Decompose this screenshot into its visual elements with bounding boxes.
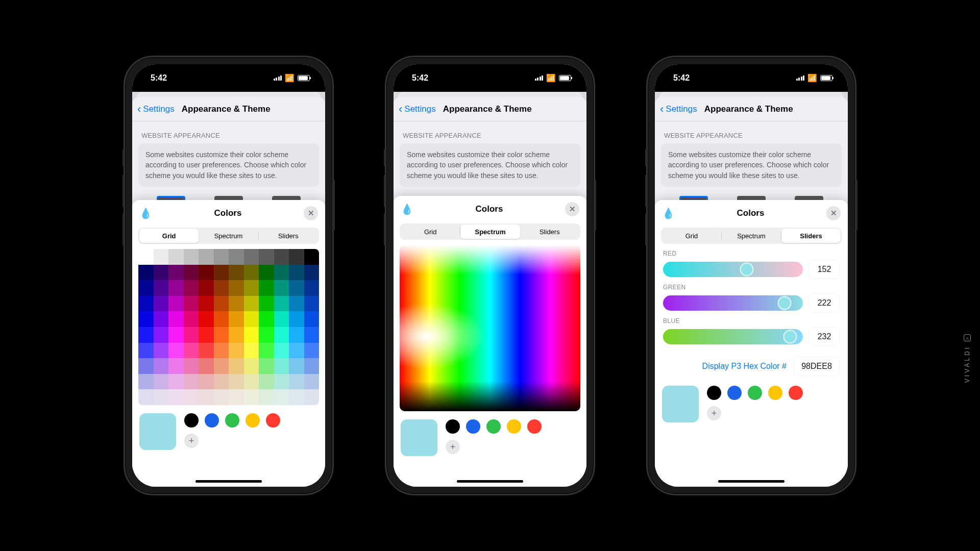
cellular-icon — [796, 76, 805, 81]
dynamic-island — [721, 64, 782, 82]
spectrum-canvas[interactable] — [400, 245, 580, 411]
vivaldi-icon: > — [964, 334, 971, 341]
add-swatch-button[interactable]: + — [184, 434, 199, 448]
nav-bar: ‹ Settings Appearance & Theme — [132, 97, 325, 121]
back-chevron-icon[interactable]: ‹ — [137, 104, 141, 115]
swatch-green[interactable] — [748, 386, 762, 400]
swatch-red[interactable] — [789, 386, 803, 400]
vivaldi-watermark: VIVALDI > — [964, 334, 971, 383]
phone-sliders: 5:42 ︎📶 ‹ Settings Appearance & Theme WE… — [646, 56, 856, 495]
swatch-black[interactable] — [707, 386, 721, 400]
section-header: WEBSITE APPEARANCE — [132, 121, 325, 143]
back-chevron-icon[interactable]: ‹ — [399, 104, 402, 115]
dynamic-island — [198, 64, 259, 82]
dynamic-island — [459, 64, 521, 82]
phone-spectrum: 5:42 ︎📶 ‹ Settings Appearance & Theme WE… — [385, 56, 595, 495]
color-picker-sheet: 💧 Colors ✕ Grid Spectrum Sliders — [394, 196, 586, 487]
wifi-icon: ︎📶 — [807, 73, 817, 83]
home-indicator[interactable] — [718, 480, 785, 483]
tab-grid[interactable]: Grid — [139, 229, 199, 243]
tab-spectrum[interactable]: Spectrum — [722, 229, 781, 243]
tab-spectrum[interactable]: Spectrum — [460, 224, 520, 239]
eyedropper-icon[interactable]: 💧 — [139, 207, 152, 219]
swatch-black[interactable] — [446, 419, 460, 434]
selected-swatch[interactable] — [139, 413, 176, 450]
swatch-black[interactable] — [184, 413, 199, 428]
slider-blue[interactable] — [663, 329, 803, 344]
selected-swatch[interactable] — [401, 419, 437, 456]
battery-icon — [820, 75, 832, 81]
close-icon[interactable]: ✕ — [565, 202, 579, 216]
swatch-blue[interactable] — [727, 386, 742, 400]
cellular-icon — [274, 76, 282, 81]
value-blue[interactable]: 232 — [809, 328, 840, 346]
color-grid[interactable] — [138, 249, 319, 405]
nav-title: Appearance & Theme — [182, 104, 271, 114]
tab-sliders[interactable]: Sliders — [781, 229, 841, 243]
preset-swatches — [184, 413, 318, 428]
status-time: 5:42 — [151, 73, 167, 83]
swatch-red[interactable] — [527, 419, 542, 434]
sheet-title: Colors — [214, 208, 242, 218]
status-time: 5:42 — [412, 73, 428, 83]
section-info: Some websites customize their color sche… — [400, 143, 580, 187]
home-indicator[interactable] — [195, 480, 262, 483]
wifi-icon: ︎📶 — [285, 73, 295, 83]
eyedropper-icon[interactable]: 💧 — [401, 203, 413, 215]
tab-grid[interactable]: Grid — [401, 224, 460, 239]
hex-label[interactable]: Display P3 Hex Color # — [702, 362, 787, 371]
sheet-title: Colors — [476, 204, 503, 214]
section-header: WEBSITE APPEARANCE — [394, 121, 586, 143]
label-blue: BLUE — [663, 317, 840, 324]
slider-green[interactable] — [663, 295, 803, 311]
hex-value[interactable]: 98DEE8 — [794, 357, 840, 375]
close-icon[interactable]: ✕ — [826, 206, 841, 220]
wifi-icon: ︎📶 — [546, 73, 556, 83]
battery-icon — [298, 75, 310, 81]
back-chevron-icon[interactable]: ‹ — [660, 104, 664, 115]
add-swatch-button[interactable]: + — [707, 406, 721, 420]
tab-spectrum[interactable]: Spectrum — [199, 229, 258, 243]
home-indicator[interactable] — [457, 480, 523, 483]
battery-icon — [559, 75, 571, 81]
close-icon[interactable]: ✕ — [304, 206, 318, 220]
back-button[interactable]: Settings — [143, 104, 174, 114]
section-info: Some websites customize their color sche… — [138, 143, 319, 187]
slider-red[interactable] — [663, 262, 803, 277]
swatch-green[interactable] — [225, 413, 239, 428]
swatch-yellow[interactable] — [768, 386, 782, 400]
tab-grid[interactable]: Grid — [662, 229, 721, 243]
back-button[interactable]: Settings — [404, 104, 435, 114]
value-red[interactable]: 152 — [809, 260, 840, 279]
section-header: WEBSITE APPEARANCE — [655, 121, 848, 143]
sheet-title: Colors — [737, 208, 765, 218]
swatch-blue[interactable] — [205, 413, 219, 428]
mode-segmented-control[interactable]: Grid Spectrum Sliders — [661, 228, 842, 244]
swatch-green[interactable] — [486, 419, 501, 434]
swatch-red[interactable] — [266, 413, 280, 428]
nav-title: Appearance & Theme — [443, 104, 532, 114]
cellular-icon — [535, 76, 544, 81]
status-time: 5:42 — [673, 73, 690, 83]
swatch-yellow[interactable] — [507, 419, 521, 434]
value-green[interactable]: 222 — [809, 294, 840, 312]
selected-swatch[interactable] — [662, 386, 699, 422]
section-info: Some websites customize their color sche… — [661, 143, 842, 187]
add-swatch-button[interactable]: + — [446, 440, 460, 454]
mode-segmented-control[interactable]: Grid Spectrum Sliders — [400, 223, 580, 240]
tab-sliders[interactable]: Sliders — [259, 229, 318, 243]
mode-segmented-control[interactable]: Grid Spectrum Sliders — [138, 228, 319, 244]
color-picker-sheet: 💧 Colors ✕ Grid Spectrum Sliders — [132, 200, 325, 487]
tab-sliders[interactable]: Sliders — [520, 224, 579, 239]
back-button[interactable]: Settings — [666, 104, 697, 114]
color-picker-sheet: 💧 Colors ✕ Grid Spectrum Sliders RED 152 — [655, 200, 848, 487]
label-green: GREEN — [663, 284, 840, 291]
eyedropper-icon[interactable]: 💧 — [662, 207, 675, 219]
swatch-blue[interactable] — [466, 419, 480, 434]
nav-title: Appearance & Theme — [704, 104, 793, 114]
label-red: RED — [663, 250, 840, 257]
swatch-yellow[interactable] — [246, 413, 260, 428]
phone-grid: 5:42 ︎📶 ‹ Settings Appearance & Theme WE… — [124, 56, 334, 495]
